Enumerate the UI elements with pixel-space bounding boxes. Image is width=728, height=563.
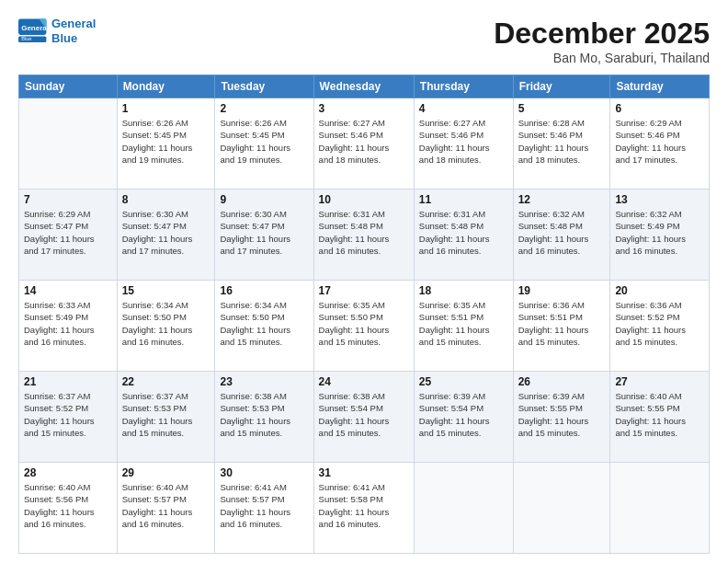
day-info: Sunrise: 6:30 AM Sunset: 5:47 PM Dayligh…	[220, 208, 308, 257]
day-info: Sunrise: 6:28 AM Sunset: 5:46 PM Dayligh…	[518, 117, 606, 166]
day-number: 19	[518, 284, 606, 297]
calendar-cell: 4Sunrise: 6:27 AM Sunset: 5:46 PM Daylig…	[414, 98, 513, 190]
day-number: 28	[24, 466, 112, 479]
calendar-cell: 9Sunrise: 6:30 AM Sunset: 5:47 PM Daylig…	[215, 190, 313, 281]
calendar-header-sunday: Sunday	[19, 75, 118, 98]
calendar-cell: 29Sunrise: 6:40 AM Sunset: 5:57 PM Dayli…	[117, 463, 215, 554]
calendar-cell: 30Sunrise: 6:41 AM Sunset: 5:57 PM Dayli…	[215, 463, 313, 554]
calendar-cell	[610, 463, 710, 554]
day-info: Sunrise: 6:31 AM Sunset: 5:48 PM Dayligh…	[319, 208, 409, 257]
page: General Blue General Blue December 2025 …	[0, 0, 728, 563]
calendar-cell: 13Sunrise: 6:32 AM Sunset: 5:49 PM Dayli…	[610, 190, 710, 281]
calendar-cell: 22Sunrise: 6:37 AM Sunset: 5:53 PM Dayli…	[117, 372, 215, 463]
day-number: 20	[615, 284, 704, 297]
day-info: Sunrise: 6:36 AM Sunset: 5:51 PM Dayligh…	[518, 299, 606, 348]
day-number: 2	[220, 102, 308, 115]
calendar-cell: 23Sunrise: 6:38 AM Sunset: 5:53 PM Dayli…	[215, 372, 313, 463]
day-info: Sunrise: 6:32 AM Sunset: 5:48 PM Dayligh…	[518, 208, 606, 257]
day-info: Sunrise: 6:27 AM Sunset: 5:46 PM Dayligh…	[419, 117, 508, 166]
day-number: 23	[220, 375, 308, 388]
day-number: 22	[122, 375, 210, 388]
logo-icon: General Blue	[18, 18, 48, 44]
day-info: Sunrise: 6:40 AM Sunset: 5:56 PM Dayligh…	[24, 481, 112, 530]
day-info: Sunrise: 6:27 AM Sunset: 5:46 PM Dayligh…	[319, 117, 409, 166]
day-number: 7	[24, 193, 112, 206]
day-number: 3	[319, 102, 409, 115]
subtitle: Ban Mo, Saraburi, Thailand	[494, 51, 710, 65]
title-block: December 2025 Ban Mo, Saraburi, Thailand	[494, 17, 710, 65]
logo-text-line2: Blue	[51, 31, 96, 46]
calendar-cell: 24Sunrise: 6:38 AM Sunset: 5:54 PM Dayli…	[313, 372, 414, 463]
day-number: 27	[615, 375, 704, 388]
day-number: 14	[24, 284, 112, 297]
day-number: 25	[419, 375, 508, 388]
calendar-cell: 31Sunrise: 6:41 AM Sunset: 5:58 PM Dayli…	[313, 463, 414, 554]
day-info: Sunrise: 6:34 AM Sunset: 5:50 PM Dayligh…	[220, 299, 308, 348]
calendar-cell: 7Sunrise: 6:29 AM Sunset: 5:47 PM Daylig…	[19, 190, 118, 281]
calendar-cell: 2Sunrise: 6:26 AM Sunset: 5:45 PM Daylig…	[215, 98, 313, 190]
header: General Blue General Blue December 2025 …	[18, 17, 710, 65]
day-number: 31	[319, 466, 409, 479]
svg-text:Blue: Blue	[21, 36, 31, 41]
svg-text:General: General	[21, 24, 48, 32]
calendar-cell: 5Sunrise: 6:28 AM Sunset: 5:46 PM Daylig…	[513, 98, 610, 190]
calendar-header-monday: Monday	[117, 75, 215, 98]
calendar-cell: 8Sunrise: 6:30 AM Sunset: 5:47 PM Daylig…	[117, 190, 215, 281]
day-info: Sunrise: 6:32 AM Sunset: 5:49 PM Dayligh…	[615, 208, 704, 257]
day-number: 8	[122, 193, 210, 206]
calendar-week-row: 21Sunrise: 6:37 AM Sunset: 5:52 PM Dayli…	[19, 372, 710, 463]
month-title: December 2025	[494, 17, 710, 51]
day-number: 16	[220, 284, 308, 297]
day-number: 15	[122, 284, 210, 297]
calendar-week-row: 14Sunrise: 6:33 AM Sunset: 5:49 PM Dayli…	[19, 281, 710, 372]
calendar-cell: 11Sunrise: 6:31 AM Sunset: 5:48 PM Dayli…	[414, 190, 513, 281]
calendar-week-row: 1Sunrise: 6:26 AM Sunset: 5:45 PM Daylig…	[19, 98, 710, 190]
day-info: Sunrise: 6:35 AM Sunset: 5:51 PM Dayligh…	[419, 299, 508, 348]
day-info: Sunrise: 6:26 AM Sunset: 5:45 PM Dayligh…	[122, 117, 210, 166]
day-info: Sunrise: 6:40 AM Sunset: 5:57 PM Dayligh…	[122, 481, 210, 530]
calendar-week-row: 7Sunrise: 6:29 AM Sunset: 5:47 PM Daylig…	[19, 190, 710, 281]
day-number: 13	[615, 193, 704, 206]
day-info: Sunrise: 6:29 AM Sunset: 5:47 PM Dayligh…	[24, 208, 112, 257]
calendar-header-thursday: Thursday	[414, 75, 513, 98]
day-info: Sunrise: 6:37 AM Sunset: 5:53 PM Dayligh…	[122, 390, 210, 439]
day-number: 1	[122, 102, 210, 115]
day-number: 29	[122, 466, 210, 479]
calendar-week-row: 28Sunrise: 6:40 AM Sunset: 5:56 PM Dayli…	[19, 463, 710, 554]
day-number: 30	[220, 466, 308, 479]
logo-text-line1: General	[51, 17, 96, 31]
day-number: 21	[24, 375, 112, 388]
day-info: Sunrise: 6:35 AM Sunset: 5:50 PM Dayligh…	[319, 299, 409, 348]
calendar-table: SundayMondayTuesdayWednesdayThursdayFrid…	[18, 75, 710, 554]
day-number: 6	[615, 102, 704, 115]
calendar-cell: 18Sunrise: 6:35 AM Sunset: 5:51 PM Dayli…	[414, 281, 513, 372]
day-number: 11	[419, 193, 508, 206]
day-info: Sunrise: 6:34 AM Sunset: 5:50 PM Dayligh…	[122, 299, 210, 348]
calendar-cell: 20Sunrise: 6:36 AM Sunset: 5:52 PM Dayli…	[610, 281, 710, 372]
calendar-header-row: SundayMondayTuesdayWednesdayThursdayFrid…	[19, 75, 710, 98]
day-number: 17	[319, 284, 409, 297]
calendar-cell: 3Sunrise: 6:27 AM Sunset: 5:46 PM Daylig…	[313, 98, 414, 190]
day-number: 26	[518, 375, 606, 388]
calendar-cell: 19Sunrise: 6:36 AM Sunset: 5:51 PM Dayli…	[513, 281, 610, 372]
calendar-header-saturday: Saturday	[610, 75, 710, 98]
calendar-cell: 1Sunrise: 6:26 AM Sunset: 5:45 PM Daylig…	[117, 98, 215, 190]
day-info: Sunrise: 6:31 AM Sunset: 5:48 PM Dayligh…	[419, 208, 508, 257]
calendar-cell: 15Sunrise: 6:34 AM Sunset: 5:50 PM Dayli…	[117, 281, 215, 372]
calendar-cell: 12Sunrise: 6:32 AM Sunset: 5:48 PM Dayli…	[513, 190, 610, 281]
calendar-cell	[414, 463, 513, 554]
logo: General Blue General Blue	[18, 17, 96, 45]
calendar-cell: 27Sunrise: 6:40 AM Sunset: 5:55 PM Dayli…	[610, 372, 710, 463]
day-number: 12	[518, 193, 606, 206]
calendar-cell: 28Sunrise: 6:40 AM Sunset: 5:56 PM Dayli…	[19, 463, 118, 554]
day-info: Sunrise: 6:29 AM Sunset: 5:46 PM Dayligh…	[615, 117, 704, 166]
calendar-cell: 26Sunrise: 6:39 AM Sunset: 5:55 PM Dayli…	[513, 372, 610, 463]
calendar-header-wednesday: Wednesday	[313, 75, 414, 98]
day-info: Sunrise: 6:39 AM Sunset: 5:55 PM Dayligh…	[518, 390, 606, 439]
day-info: Sunrise: 6:39 AM Sunset: 5:54 PM Dayligh…	[419, 390, 508, 439]
calendar-cell: 16Sunrise: 6:34 AM Sunset: 5:50 PM Dayli…	[215, 281, 313, 372]
calendar-cell: 25Sunrise: 6:39 AM Sunset: 5:54 PM Dayli…	[414, 372, 513, 463]
day-number: 18	[419, 284, 508, 297]
day-info: Sunrise: 6:40 AM Sunset: 5:55 PM Dayligh…	[615, 390, 704, 439]
day-number: 10	[319, 193, 409, 206]
